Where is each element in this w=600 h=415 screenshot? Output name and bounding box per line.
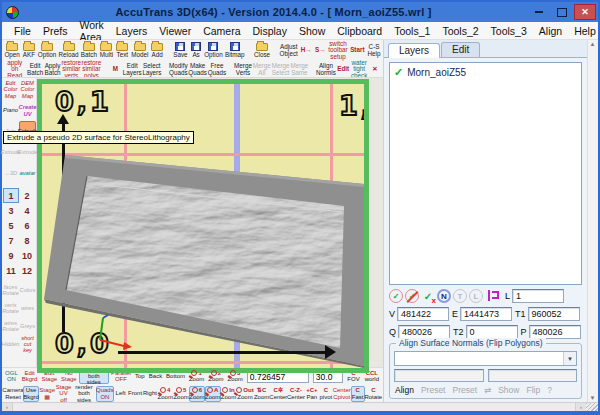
view-preset-button[interactable]: 3 [3,203,19,218]
align-action-button[interactable]: Align [394,385,415,395]
menu-item[interactable]: Camera [197,25,246,37]
toolbar-button[interactable]: Merge All [252,60,271,78]
toolbar-button[interactable]: Open [3,41,21,60]
view-preset-button[interactable]: 11 [3,263,19,278]
bottom-button[interactable]: 5 Zoom [173,386,189,402]
bottom-button[interactable]: Out Zoom [236,386,253,402]
toolbar-button[interactable]: Model [130,41,150,60]
toolbar-button[interactable]: H→ [299,41,313,60]
toolbar-button[interactable]: Select Layers [142,60,162,78]
bottom-button[interactable]: render both sides [72,386,96,402]
toolbar-button[interactable]: Text [115,41,130,60]
layer-mode-icon[interactable]: N [437,289,451,303]
vertical-scrollbar[interactable]: ▲ ▼ [587,40,597,402]
toolbar-button[interactable]: Free Quads [207,60,226,78]
scroll-right-icon[interactable]: › [575,403,586,411]
layer-mode-icon[interactable] [485,289,499,303]
align-normals-combobox[interactable]: ▼ [394,351,577,366]
toolbar-button[interactable]: restore similar verts [61,60,81,78]
sidebar-extra-button[interactable]: verts Rotate [2,300,19,318]
toolbar-button[interactable]: Option [37,41,58,60]
toolbar-button[interactable]: Merge Same [290,60,309,78]
bottom-button[interactable]: A Zoom [205,386,221,402]
toolbar-button[interactable]: ✕ [368,60,382,78]
toolbar-button[interactable]: switch toolbar setup [327,41,348,60]
bottom-button[interactable]: +C+ Pan [305,386,319,402]
view-preset-button[interactable]: 8 [19,233,35,248]
minimize-button[interactable] [528,4,550,20]
horizontal-scrollbar[interactable]: ‹ › [2,402,598,411]
align-action-button[interactable]: Preset [420,385,447,395]
toolbar-button[interactable]: Bitmap [224,41,246,60]
align-action-button[interactable]: Preset [451,385,478,395]
l-field-value[interactable]: 1 [512,289,564,303]
bottom-button[interactable]: C Rotate [365,386,382,402]
menu-item[interactable]: Prefs [37,25,74,37]
toolbar-button[interactable]: restore similar polys [81,60,101,78]
sidebar-extra-button[interactable]: Hidden [2,336,19,354]
bottom-button[interactable]: Center Cpivot [333,386,351,402]
menu-item[interactable]: Align [533,25,568,37]
menu-item[interactable]: Show [293,25,331,37]
stat-value[interactable]: 0 [466,325,518,339]
scroll-up-icon[interactable]: ▲ [590,41,596,47]
toolbar-button[interactable]: Edit Batch [26,60,43,78]
3d-viewport[interactable]: 0,1 1,1 0,0 Extrude a pseudo 2D surface … [37,79,369,373]
stat-value[interactable]: 960052 [528,307,580,321]
bottom-button[interactable]: Right [142,386,157,402]
toolbar-button[interactable]: Close [253,41,272,60]
view-preset-button[interactable]: 7 [3,233,19,248]
menu-item[interactable]: Work Area [73,19,109,43]
stat-value[interactable]: 481422 [397,307,449,321]
toolbar-button[interactable]: Make Quads [188,60,207,78]
layer-mode-icon[interactable]: T [453,289,467,303]
stat-value[interactable]: 480026 [398,325,450,339]
menu-item[interactable]: File [8,25,37,37]
toolbar-button[interactable]: AKF [21,41,36,60]
sidebar-extra-button[interactable]: wires [19,300,36,318]
toolbar-button[interactable]: Modify Quads [169,60,188,78]
bottom-button[interactable]: Quads ON [96,386,113,402]
layer-list[interactable]: ✓ Morn_aoiZ55 [389,62,582,285]
align-action-button[interactable]: ? [546,385,553,395]
view-preset-button[interactable]: 9 [3,248,19,263]
menu-item[interactable]: Clipboard [331,25,388,37]
resize-grip[interactable] [586,403,598,411]
toolbar-button[interactable]: As [189,41,203,60]
close-button[interactable]: ✕ [574,4,596,20]
view-preset-button[interactable]: 5 [3,218,19,233]
toolbar-button[interactable]: Batch [80,41,99,60]
sidebar-extra-button[interactable]: faces Rotate [2,282,19,300]
sidebar-tool-button[interactable]: Extrude [19,142,36,163]
stat-value[interactable]: 480026 [529,325,581,339]
view-preset-button[interactable]: 2 [19,188,35,203]
toolbar-button[interactable]: Merge Select [271,60,290,78]
sidebar-tool-button[interactable]: DEM Color Map [19,79,36,100]
sidebar-tool-button[interactable]: Edit Color Map [2,79,19,100]
toolbar-button[interactable]: M [108,60,122,78]
sidebar-tool-button[interactable]: Create UV [19,100,36,121]
bottom-button[interactable]: Left [114,386,128,402]
toolbar-button[interactable]: Start [349,41,366,60]
toolbar-button[interactable]: water tight check [350,60,368,78]
sidebar-tool-button[interactable]: →3D [2,163,19,184]
view-preset-button[interactable]: 12 [19,263,35,278]
view-preset-button[interactable]: 4 [19,203,35,218]
bottom-button[interactable]: C-Z- Center [287,386,305,402]
chevron-down-icon[interactable]: ▼ [563,352,576,365]
stat-value[interactable]: 1441473 [460,307,512,321]
bottom-button[interactable]: C Fast [351,386,365,402]
toolbar-button[interactable]: apply on Read [3,60,26,78]
toolbar-button[interactable]: Align Normls [316,60,336,78]
sidebar-tool-button[interactable]: avatar [19,163,36,184]
align-action-button[interactable]: Flip [525,385,541,395]
toolbar-button[interactable]: Option [203,41,224,60]
view-preset-button[interactable]: 1 [3,188,19,203]
bottom-button[interactable]: Use Bkgrd [23,386,39,402]
menu-item[interactable]: Tools_1 [388,25,436,37]
sidebar-extra-button[interactable]: short cut key [19,336,36,354]
bottom-button[interactable]: Stage UV off [55,386,72,402]
toolbar-button[interactable]: Multi [98,41,114,60]
toolbar-button[interactable]: Apply Batch [44,60,61,78]
sidebar-extra-button[interactable]: wires Rotate [2,318,19,336]
